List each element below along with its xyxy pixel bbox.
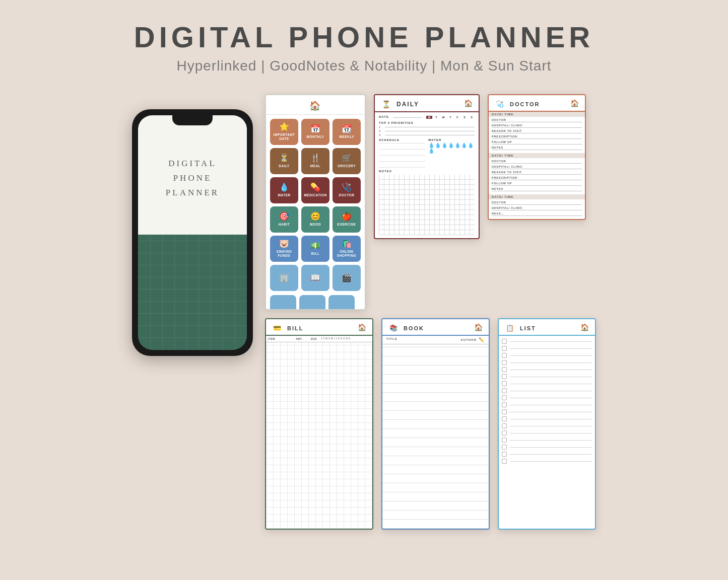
- menu-item-shopping[interactable]: 🛍️ ONLINE SHOPPING: [333, 236, 361, 262]
- book-col-author: AUTHOR ✏️: [460, 337, 485, 342]
- phone-top-half: DIGITALPHONEPLANNER: [138, 115, 247, 235]
- list-title: LIST: [520, 325, 536, 331]
- bill-data-grid: [266, 342, 372, 529]
- menu-item-grocery[interactable]: 🛒 GROCERY: [333, 148, 361, 174]
- doctor-home-icon[interactable]: 🏠: [570, 99, 580, 107]
- star-icon: ⭐: [279, 123, 290, 131]
- list-item: [502, 374, 592, 379]
- list-item: [502, 445, 592, 450]
- day-F: F: [454, 116, 460, 119]
- day-T2: T: [447, 116, 453, 119]
- menu-item-meal[interactable]: 🍴 MEAL: [301, 148, 329, 174]
- list-item: [502, 346, 592, 351]
- list-checkbox[interactable]: [502, 353, 507, 358]
- schedule-col: SCHEDULE: [379, 138, 425, 168]
- list-item-line: [510, 362, 592, 363]
- list-card: 📋 LIST 🏠: [498, 318, 596, 530]
- phone-notch: [172, 115, 213, 125]
- menu-item-weekly[interactable]: 📆 WEEKLY: [333, 119, 361, 145]
- doctor-field-followup: FOLLOW UP: [492, 140, 582, 144]
- list-checkbox[interactable]: [502, 423, 507, 428]
- list-item-line: [510, 391, 592, 391]
- menu-item-doctor[interactable]: 🩺 DOCTOR: [333, 177, 361, 203]
- list-checkbox[interactable]: [502, 360, 507, 365]
- list-checkbox[interactable]: [502, 388, 507, 393]
- date-label: DATE: [379, 115, 389, 118]
- doctor-section-1: DATE/ TIME DOCTOR HOSPITAL/ CLINIC REASO…: [489, 112, 585, 153]
- list-checkbox[interactable]: [502, 339, 507, 344]
- list-home-icon[interactable]: 🏠: [580, 323, 590, 331]
- daily-icon: ⏳: [279, 154, 290, 162]
- doctor-fields-2: DOCTOR HOSPITAL/ CLINIC REASON TO VISIT: [489, 158, 585, 194]
- list-checkbox[interactable]: [502, 395, 507, 400]
- hourglass-icon: ⏳: [382, 100, 391, 108]
- phone-mockup: DIGITALPHONEPLANNER: [132, 109, 253, 356]
- menu-item-daily[interactable]: ⏳ DAILY: [270, 148, 298, 174]
- daily-home-icon[interactable]: 🏠: [464, 99, 474, 107]
- list-item-line: [510, 461, 592, 462]
- list-item-line: [510, 433, 592, 433]
- list-item: [502, 423, 592, 428]
- menu-item-exercise[interactable]: 🍎 EXERCISE: [333, 206, 361, 233]
- weekly-icon: 📆: [342, 125, 352, 133]
- bill-col-amt: AMT.: [296, 337, 311, 340]
- list-item: [502, 395, 592, 400]
- menu-item-misc3[interactable]: 🎬: [333, 265, 361, 291]
- list-item: [502, 416, 592, 421]
- list-checkbox[interactable]: [502, 430, 507, 436]
- list-checkbox[interactable]: [502, 438, 507, 443]
- list-item: [502, 339, 592, 344]
- page-title: DIGITAL PHONE PLANNER: [134, 20, 594, 54]
- list-checkbox[interactable]: [502, 346, 507, 351]
- list-checkbox[interactable]: [502, 402, 507, 407]
- doctor-section-2: DATE/ TIME DOCTOR HOSPITAL/ CLINIC REASO…: [489, 153, 585, 194]
- bill-home-icon[interactable]: 🏠: [358, 323, 367, 331]
- list-item-line: [510, 426, 592, 426]
- water-label: WATER: [428, 138, 475, 141]
- list-checkbox[interactable]: [502, 445, 507, 450]
- menu-item-important-date[interactable]: ⭐ IMPORTANT DATE: [270, 119, 298, 145]
- doctor-card-header: 🩺 DOCTOR 🏠: [489, 95, 585, 112]
- doctor-field-doctor: DOCTOR: [492, 118, 582, 122]
- menu-item-water[interactable]: 💧 WATER: [270, 177, 298, 203]
- list-checkbox[interactable]: [502, 452, 507, 457]
- menu-grid: ⭐ IMPORTANT DATE 📅 MONTHLY 📆 WEEKLY ⏳ DA…: [266, 115, 365, 295]
- menu-item-habit[interactable]: 🎯 HABIT: [270, 206, 298, 233]
- date-row: DATE M T W T F S S: [379, 115, 475, 119]
- list-item: [502, 353, 592, 358]
- menu-home-icon[interactable]: 🏠: [309, 100, 321, 111]
- doctor-icon: 🩺: [342, 183, 352, 191]
- list-item-line: [510, 412, 592, 412]
- list-item: [502, 367, 592, 372]
- priority-1: 1: [379, 125, 475, 128]
- notes-label: NOTES: [379, 170, 475, 173]
- list-card-header: 📋 LIST 🏠: [499, 319, 595, 336]
- list-checkbox[interactable]: [502, 381, 507, 386]
- stethoscope-icon: 🩺: [496, 100, 505, 108]
- menu-item-cut1[interactable]: [270, 295, 296, 309]
- list-checkbox[interactable]: [502, 374, 507, 379]
- list-checkbox[interactable]: [502, 409, 507, 414]
- book-col-title: TITLE: [386, 337, 398, 342]
- list-item-line: [510, 370, 592, 370]
- menu-item-medication[interactable]: 💊 MEDICATION: [301, 177, 329, 203]
- list-checkbox[interactable]: [502, 367, 507, 372]
- book-icon: 📚: [389, 324, 399, 332]
- menu-item-misc2[interactable]: 📖: [301, 265, 329, 291]
- menu-item-cut2[interactable]: [299, 295, 325, 309]
- book-home-icon[interactable]: 🏠: [474, 323, 484, 331]
- misc2-icon: 📖: [310, 274, 321, 282]
- menu-item-monthly[interactable]: 📅 MONTHLY: [301, 119, 329, 145]
- list-item-line: [510, 377, 592, 377]
- menu-item-sinking[interactable]: 🐷 SINKING FUNDS: [270, 236, 298, 262]
- list-checkbox[interactable]: [502, 416, 507, 421]
- menu-item-cut3[interactable]: [328, 295, 355, 309]
- menu-item-misc1[interactable]: 🏢: [270, 265, 298, 291]
- book-card-header: 📚 BOOK 🏠: [382, 319, 489, 336]
- doctor-field-notes1: NOTES: [492, 146, 582, 150]
- menu-item-bill[interactable]: 💵 BILL: [301, 236, 329, 262]
- bill-card-header: 💳 BILL 🏠: [266, 319, 372, 336]
- list-checkbox[interactable]: [502, 459, 507, 464]
- menu-item-mood[interactable]: 😊 MOOD: [301, 206, 329, 233]
- list-item-line: [510, 398, 592, 398]
